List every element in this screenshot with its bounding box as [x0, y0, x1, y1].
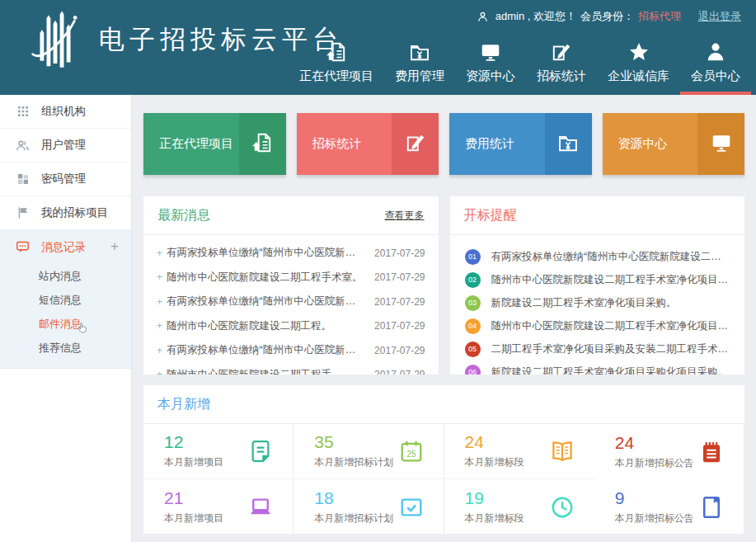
reminder-item[interactable]: 03 新院建设二期工程手术室净化项目采购。	[450, 291, 745, 314]
monitor-icon	[480, 40, 501, 63]
book-open-icon	[550, 439, 575, 464]
user-bar: admin , 欢迎您！ 会员身份： 招标代理 退出登录	[477, 9, 741, 24]
sidebar-subitem[interactable]: 站内消息	[0, 264, 131, 288]
dashboard-card[interactable]: 招标统计	[297, 113, 439, 175]
stat-cell: 12 本月新增项目	[143, 424, 293, 479]
expand-plus-button[interactable]: +	[110, 238, 119, 255]
nav-item[interactable]: 企业诚信库	[597, 40, 680, 95]
doc-upload-icon	[326, 40, 347, 63]
reminder-item[interactable]: 04 随州市中心医院新院建设二期工程手术室净化项目采购及安装”项目的招.....…	[450, 314, 745, 337]
news-title: 最新消息	[157, 207, 210, 224]
nav-item[interactable]: 招标统计	[526, 40, 597, 95]
grid-icon	[16, 105, 30, 118]
number-badge: 03	[465, 295, 481, 311]
flag-icon	[16, 206, 30, 219]
sidebar-item[interactable]: 我的招标项目	[0, 196, 131, 230]
page: 电子招投标云平台 admin , 欢迎您！ 会员身份： 招标代理 退出登录 正在…	[0, 0, 756, 542]
stat-value: 9	[615, 489, 694, 507]
nav-item[interactable]: 会员中心	[680, 40, 751, 95]
stat-cell: 19 本月新增标段	[444, 479, 594, 534]
sidebar-item[interactable]: 用户管理	[0, 129, 131, 163]
stat-value: 24	[615, 434, 694, 451]
news-item[interactable]: + 有两家投标单位缴纳“随州市中心医院新院建设...... 2017-07-29	[143, 241, 439, 266]
message-bubble-icon	[16, 240, 30, 254]
sidebar-subitems: 站内消息 短信消息 邮件消息	[0, 264, 131, 360]
logo-icon	[31, 8, 79, 71]
news-item[interactable]: + 有两家投标单位缴纳“随州市中心医院新院建设...... 2017-07-29	[143, 290, 439, 314]
reminder-item[interactable]: 01 有两家投标单位缴纳“随州市中心医院新院建设二期工程。	[450, 245, 745, 268]
reminders-list: 01 有两家投标单位缴纳“随州市中心医院新院建设二期工程。 02 随州市中心医院…	[450, 245, 745, 375]
stat-value: 21	[164, 489, 223, 507]
reminder-item[interactable]: 06 新院建设二期工程手术室净化项目采购化项目采购。	[450, 361, 745, 375]
sidebar-item[interactable]: 密码管理	[0, 163, 131, 196]
stat-label: 本月新增项目	[164, 455, 223, 469]
sidebar-subitem[interactable]: 邮件消息	[0, 312, 131, 336]
folder-yen-icon	[557, 132, 579, 157]
stat-value: 12	[164, 433, 223, 450]
stat-cell: 18 本月新增招标计划	[293, 479, 444, 534]
news-item[interactable]: + 随州市中心医院新院建设二期工程手。 2017-07-29	[143, 363, 439, 375]
stat-cell: 24 本月新增招标公告	[594, 424, 744, 479]
plus-bullet-icon: +	[157, 247, 167, 259]
stat-label: 本月新增招标计划	[314, 511, 393, 526]
top-nav: 正在代理项目 费用管理 资源中心 招标统计	[289, 40, 751, 95]
stat-value: 24	[465, 433, 524, 450]
plus-bullet-icon: +	[157, 296, 167, 308]
reminders-panel-header: 开标提醒	[450, 196, 745, 235]
role-label: 会员身份：	[580, 9, 634, 24]
monthly-title: 本月新增	[157, 396, 210, 413]
reminder-item[interactable]: 02 随州市中心医院新院建设二期工程手术室净化项目采购及安装”项目的招.....…	[450, 268, 745, 291]
nav-item[interactable]: 资源中心	[455, 40, 526, 95]
sidebar-subitem[interactable]: 推荐信息	[0, 336, 131, 360]
news-item[interactable]: + 有两家投标单位缴纳“随州市中心医院新院建设。 2017-07-29	[143, 338, 439, 363]
number-badge: 05	[465, 342, 481, 357]
dashboard-cards: 正在代理项目 招标统计 费用统计	[143, 113, 744, 175]
news-item[interactable]: + 随州市中心医院新院建设二期工程。 2017-07-29	[143, 314, 439, 339]
number-badge: 06	[465, 365, 481, 375]
reminder-item[interactable]: 05 二期工程手术室净化项目采购及安装二期工程手术室净化项目采购及。	[450, 337, 745, 361]
cursor-pointer-icon	[76, 321, 90, 337]
news-item[interactable]: + 随州市中心医院新院建设二期工程手术室。 2017-07-29	[143, 266, 439, 290]
stat-label: 本月新增招标公告	[615, 511, 694, 526]
dashboard-card[interactable]: 费用统计	[449, 113, 592, 175]
stat-label: 本月新增招标计划	[314, 455, 393, 469]
main-content: 正在代理项目 招标统计 费用统计	[132, 95, 756, 542]
plus-bullet-icon: +	[157, 320, 167, 332]
users-icon	[16, 139, 30, 153]
svg-text:25: 25	[406, 450, 416, 459]
panels-row: 最新消息 查看更多 + 有两家投标单位缴纳“随州市中心医院新院建设...... …	[143, 196, 744, 375]
news-list: + 有两家投标单位缴纳“随州市中心医院新院建设...... 2017-07-29…	[143, 241, 439, 375]
sidebar-main-items: 组织机构 用户管理 密码管理 我的招标项目	[0, 95, 131, 230]
view-more-link[interactable]: 查看更多	[385, 209, 425, 223]
stat-cell: 9 本月新增招标公告	[594, 479, 744, 534]
sidebar-item[interactable]: 组织机构	[0, 95, 131, 129]
news-date: 2017-07-29	[374, 271, 425, 283]
dashboard-card[interactable]: 资源中心	[603, 113, 745, 175]
nav-item[interactable]: 正在代理项目	[289, 40, 384, 95]
plus-bullet-icon: +	[157, 345, 167, 356]
news-panel: 最新消息 查看更多 + 有两家投标单位缴纳“随州市中心医院新院建设...... …	[143, 196, 439, 375]
monitor-icon	[711, 132, 732, 157]
plus-bullet-icon: +	[157, 271, 167, 283]
sidebar-item-message-records[interactable]: 消息记录 +	[0, 230, 131, 264]
stat-value: 19	[465, 489, 524, 507]
stat-cell: 21 本月新增项目	[143, 479, 293, 534]
monthly-panel-header: 本月新增	[143, 385, 744, 424]
dashboard-card[interactable]: 正在代理项目	[143, 113, 286, 175]
reminders-title: 开标提醒	[464, 207, 517, 224]
news-panel-header: 最新消息 查看更多	[143, 196, 439, 235]
number-badge: 02	[465, 272, 481, 288]
sidebar: 组织机构 用户管理 密码管理 我的招标项目	[0, 95, 132, 542]
clock-icon	[550, 495, 575, 520]
role-value: 招标代理	[638, 9, 681, 24]
plus-bullet-icon: +	[157, 369, 167, 375]
memo-icon	[248, 439, 273, 464]
sidebar-subitem[interactable]: 短信消息	[0, 288, 131, 312]
calendar-icon: 25	[399, 439, 424, 464]
nav-item[interactable]: 费用管理	[384, 40, 455, 95]
monthly-panel: 本月新增 12 本月新增项目 35 本月	[143, 385, 744, 534]
star-icon	[628, 40, 650, 63]
welcome-text: admin , 欢迎您！	[495, 9, 576, 24]
person-icon	[705, 40, 726, 63]
logout-link[interactable]: 退出登录	[698, 9, 741, 24]
